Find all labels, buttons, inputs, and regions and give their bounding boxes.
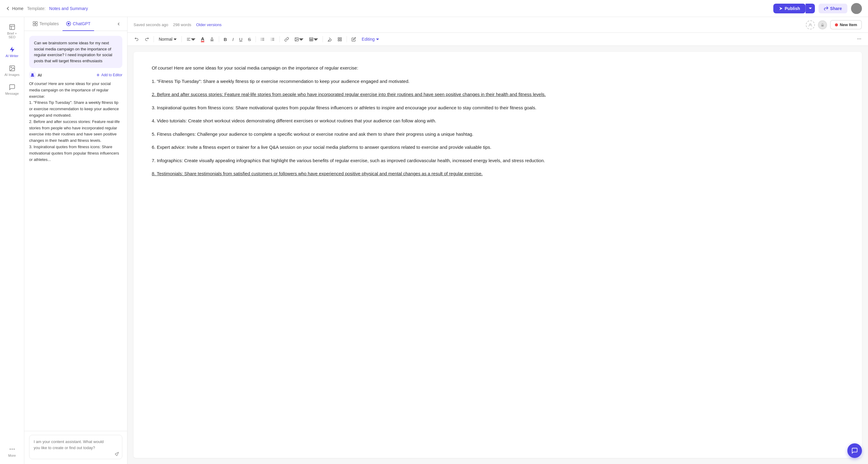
editor-item-6: 6. Expert advice: Invite a fitness exper…: [152, 143, 844, 151]
strikethrough-icon: S: [248, 37, 251, 42]
older-versions-link[interactable]: Older versions: [196, 23, 222, 27]
svg-rect-26: [821, 25, 824, 26]
svg-point-60: [857, 38, 858, 39]
bold-button[interactable]: B: [222, 35, 229, 44]
svg-point-11: [11, 448, 13, 450]
add-icon: [96, 73, 100, 77]
svg-rect-55: [338, 37, 339, 38]
align-chevron-icon: [191, 37, 195, 41]
format-block-button[interactable]: [335, 35, 344, 43]
more-dots-icon: [857, 36, 862, 41]
tab-chatgpt[interactable]: ChatGPT: [63, 17, 94, 31]
highlight-button[interactable]: [208, 35, 216, 43]
clear-format-button[interactable]: [326, 35, 334, 43]
live-chat-button[interactable]: [847, 443, 862, 458]
editor-content[interactable]: Of course! Here are some ideas for your …: [133, 52, 862, 458]
new-item-dot: [835, 23, 838, 26]
table-icon: [309, 37, 313, 41]
text-color-icon-label: A: [201, 36, 204, 42]
breadcrumb-prefix: Template:: [27, 6, 45, 11]
sidebar-item-ai-writer[interactable]: AI Writer: [2, 43, 23, 61]
chat-panel: Templates ChatGPT Can we brainstorm some…: [24, 17, 127, 464]
italic-button[interactable]: I: [230, 35, 236, 44]
highlight-icon: [210, 37, 214, 41]
redo-icon: [145, 37, 149, 41]
svg-rect-57: [338, 39, 339, 41]
panel-tabs: Templates ChatGPT: [24, 17, 127, 31]
toolbar-more-button[interactable]: [855, 35, 863, 44]
lightning-icon: [9, 46, 16, 53]
breadcrumb-link[interactable]: Notes and Summary: [49, 6, 88, 11]
tab-templates[interactable]: Templates: [29, 17, 63, 31]
block-icon: [338, 37, 342, 41]
collab-avatar-lock: [818, 20, 827, 29]
dots-icon: [9, 446, 16, 453]
svg-point-2: [854, 5, 859, 10]
editor-meta: Saved seconds ago 298 words Older versio…: [133, 23, 222, 27]
bullet-list-icon: [260, 37, 265, 41]
add-to-editor-button[interactable]: Add to Editor: [96, 73, 122, 77]
tab-chatgpt-label: ChatGPT: [73, 21, 90, 26]
text-color-button[interactable]: A: [199, 35, 206, 44]
ai-label-text: AI: [38, 73, 41, 78]
editing-label: Editing: [362, 37, 375, 41]
editing-dropdown[interactable]: Editing: [359, 35, 381, 43]
user-message-text: Can we brainstorm some ideas for my next…: [34, 41, 112, 63]
home-button[interactable]: Home: [6, 6, 23, 11]
style-dropdown[interactable]: Normal: [156, 35, 179, 43]
numbered-list-button[interactable]: 123: [268, 35, 277, 43]
svg-rect-18: [32, 74, 34, 76]
editing-chevron-icon: [376, 38, 379, 41]
chatgpt-icon: [66, 21, 71, 26]
lock-icon: [820, 23, 824, 27]
ai-label-icon: [29, 72, 36, 78]
svg-rect-16: [35, 24, 37, 26]
chat-input[interactable]: [29, 435, 122, 459]
user-avatar[interactable]: [851, 3, 862, 14]
svg-marker-47: [299, 38, 304, 41]
sidebar-item-brief-seo[interactable]: Brief + SEO: [2, 21, 23, 42]
svg-text:3: 3: [271, 39, 272, 41]
svg-marker-0: [779, 7, 782, 10]
sidebar-label-ai-writer: AI Writer: [5, 54, 19, 58]
link-button[interactable]: [282, 35, 291, 43]
editor-item-5: 5. Fitness challenges: Challenge your au…: [152, 130, 844, 138]
strikethrough-button[interactable]: S: [246, 35, 253, 44]
panel-collapse-button[interactable]: [115, 17, 122, 31]
person-icon: [808, 23, 812, 27]
svg-point-10: [9, 448, 11, 450]
svg-point-37: [261, 39, 261, 39]
new-item-button[interactable]: New Item: [830, 20, 862, 29]
edit-icon-button[interactable]: [349, 35, 358, 43]
align-button[interactable]: [184, 35, 197, 43]
publish-dropdown-button[interactable]: [805, 4, 815, 13]
editor-item-1: 1. "Fitness Tip Tuesday": Share a weekly…: [152, 78, 844, 85]
format-toolbar: Normal A B I U: [127, 33, 868, 46]
style-label: Normal: [159, 37, 173, 41]
new-item-label: New Item: [840, 23, 857, 27]
sidebar-item-more[interactable]: More: [2, 443, 23, 460]
clear-format-icon: [328, 37, 332, 41]
image-insert-button[interactable]: [292, 35, 306, 43]
collab-avatar-placeholder: [806, 20, 815, 29]
share-button[interactable]: Share: [818, 4, 847, 13]
ai-response-header: AI Add to Editor: [29, 72, 122, 78]
chat-container: Can we brainstorm some ideas for my next…: [24, 31, 127, 464]
sidebar-item-message[interactable]: Message: [2, 81, 23, 98]
sidebar-item-ai-images[interactable]: AI Images: [2, 62, 23, 80]
main-layout: Brief + SEO AI Writer AI Images Message …: [0, 17, 868, 464]
table-button[interactable]: [307, 35, 320, 43]
underline-button[interactable]: U: [237, 35, 245, 44]
publish-button[interactable]: Publish: [773, 4, 806, 13]
separator-4: [255, 36, 256, 42]
redo-button[interactable]: [142, 35, 151, 43]
svg-rect-13: [33, 22, 35, 23]
editor-area: Saved seconds ago 298 words Older versio…: [127, 17, 868, 464]
tab-templates-label: Templates: [39, 21, 59, 26]
chat-send-button[interactable]: [115, 452, 119, 457]
bold-icon: B: [224, 37, 227, 42]
undo-button[interactable]: [132, 35, 141, 43]
sidebar-label-brief: Brief + SEO: [4, 32, 20, 39]
chat-area: Can we brainstorm some ideas for my next…: [24, 31, 127, 431]
bullet-list-button[interactable]: [258, 35, 267, 43]
